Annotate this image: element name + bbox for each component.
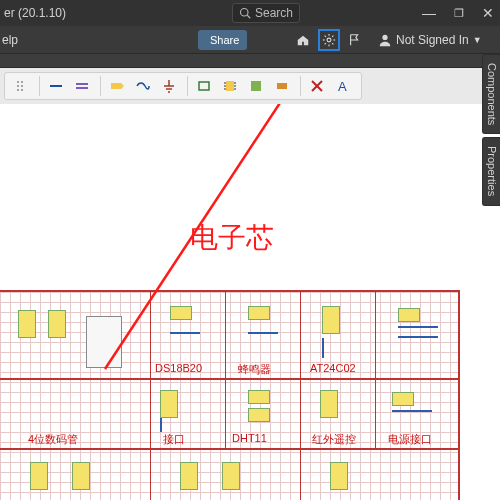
annotation-text: 电子芯 [190, 219, 274, 257]
ground-icon [161, 78, 177, 94]
text-icon: A [335, 78, 351, 94]
block-label-ds18b20: DS18B20 [155, 362, 202, 374]
tool-bus-button[interactable] [70, 74, 94, 98]
harness-icon [274, 78, 290, 94]
home-icon [296, 33, 310, 47]
svg-rect-27 [226, 81, 234, 91]
wire-icon [48, 78, 64, 94]
panel-tab-properties[interactable]: Properties [482, 137, 500, 205]
document-tab-strip [0, 54, 500, 68]
tool-harness-button[interactable] [270, 74, 294, 98]
svg-line-7 [325, 36, 326, 37]
block-label-dht11: DHT11 [232, 432, 267, 444]
tool-text-button[interactable]: A [331, 74, 355, 98]
grip-icon [13, 78, 29, 94]
svg-point-2 [327, 38, 331, 42]
tool-divider-button[interactable] [9, 74, 33, 98]
svg-text:A: A [338, 79, 347, 94]
svg-line-10 [332, 36, 333, 37]
menu-help[interactable]: elp [0, 33, 18, 47]
schematic-canvas[interactable]: 电子芯 DS18B20 蜂鸣器 AT24C02 4位数码管 接口 DHT11 红… [0, 104, 482, 500]
svg-point-12 [17, 81, 19, 83]
tool-port-button[interactable] [131, 74, 155, 98]
svg-rect-21 [111, 83, 121, 89]
gear-icon [322, 33, 336, 47]
app-title: er (20.1.10) [0, 6, 66, 20]
netlabel-icon [109, 78, 125, 94]
schematic-toolbar: A [0, 68, 500, 104]
restore-button[interactable]: ❐ [454, 8, 464, 19]
svg-line-8 [332, 43, 333, 44]
svg-rect-26 [199, 82, 209, 90]
tool-ground-button[interactable] [157, 74, 181, 98]
port-icon [135, 78, 151, 94]
sheet-icon [248, 78, 264, 94]
block-label-at24c02: AT24C02 [310, 362, 356, 374]
svg-line-9 [325, 43, 326, 44]
svg-point-16 [21, 85, 23, 87]
block-label-buzzer: 蜂鸣器 [238, 362, 271, 377]
search-icon [239, 7, 251, 19]
svg-point-17 [21, 89, 23, 91]
settings-button[interactable] [318, 29, 340, 51]
share-button[interactable]: Share [198, 30, 247, 50]
search-input[interactable]: Search [232, 3, 300, 23]
home-button[interactable] [292, 29, 314, 51]
notifications-button[interactable] [344, 29, 366, 51]
tool-rect-button[interactable] [192, 74, 216, 98]
svg-point-0 [241, 9, 249, 17]
block-label-ir-remote: 红外遥控 [312, 432, 356, 447]
sign-in-button[interactable]: Not Signed In ▼ [378, 26, 482, 54]
block-label-interface: 接口 [163, 432, 185, 447]
cross-icon [309, 78, 325, 94]
bus-icon [74, 78, 90, 94]
svg-line-1 [247, 15, 250, 18]
search-placeholder: Search [255, 6, 293, 20]
svg-point-15 [21, 81, 23, 83]
chevron-down-icon: ▼ [473, 35, 482, 45]
svg-rect-34 [251, 81, 261, 91]
tool-sheet-button[interactable] [244, 74, 268, 98]
svg-point-11 [382, 35, 387, 40]
tool-netlabel-button[interactable] [105, 74, 129, 98]
share-label: Share [210, 34, 239, 46]
close-button[interactable]: ✕ [482, 6, 494, 20]
svg-point-13 [17, 85, 19, 87]
flag-icon [348, 33, 362, 47]
minimize-button[interactable]: ― [422, 6, 436, 20]
panel-tab-components[interactable]: Components [482, 54, 500, 134]
svg-rect-35 [277, 83, 287, 89]
svg-point-14 [17, 89, 19, 91]
part-icon [222, 78, 238, 94]
block-label-seg-display: 4位数码管 [28, 432, 78, 447]
tool-part-button[interactable] [218, 74, 242, 98]
tool-noerc-button[interactable] [305, 74, 329, 98]
rect-icon [196, 78, 212, 94]
user-icon [378, 33, 392, 47]
schematic-sheet: DS18B20 蜂鸣器 AT24C02 4位数码管 接口 DHT11 红外遥控 … [0, 290, 460, 500]
tool-wire-button[interactable] [44, 74, 68, 98]
block-label-power: 电源接口 [388, 432, 432, 447]
sign-in-label: Not Signed In [396, 33, 469, 47]
